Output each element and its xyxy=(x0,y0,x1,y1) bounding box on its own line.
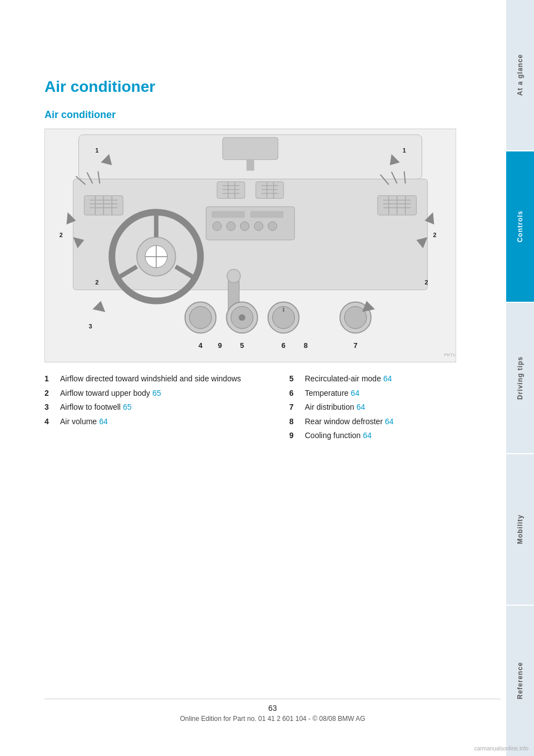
list-item: 7 Air distribution 64 xyxy=(289,402,501,413)
list-item: 6 Temperature 64 xyxy=(289,388,501,399)
sidebar-section-controls[interactable]: Controls xyxy=(506,151,534,302)
list-item: 3 Airflow to footwell 65 xyxy=(44,402,256,413)
svg-text:PKT16504: PKT16504 xyxy=(444,352,456,357)
sidebar-section-mobility[interactable]: Mobility xyxy=(506,454,534,605)
diagram-container: 4 5 6 7 8 9 xyxy=(44,129,456,362)
footer-text: Online Edition for Part no. 01 41 2 601 … xyxy=(180,715,365,723)
svg-text:6: 6 xyxy=(281,341,285,350)
page-number: 63 xyxy=(44,704,501,713)
svg-rect-3 xyxy=(246,160,254,171)
svg-text:9: 9 xyxy=(218,341,222,350)
sidebar-label-controls: Controls xyxy=(516,210,524,242)
items-grid: 1 Airflow directed toward windshield and… xyxy=(44,374,501,445)
svg-point-11 xyxy=(254,222,263,230)
list-item: 9 Cooling function 64 xyxy=(289,430,501,441)
svg-rect-2 xyxy=(222,138,278,160)
svg-text:5: 5 xyxy=(240,341,244,350)
svg-point-8 xyxy=(212,222,221,230)
sidebar-section-driving-tips[interactable]: Driving tips xyxy=(506,303,534,453)
svg-text:4: 4 xyxy=(199,341,203,350)
svg-text:1: 1 xyxy=(403,147,406,154)
list-item: 8 Rear window defroster 64 xyxy=(289,416,501,428)
svg-text:1: 1 xyxy=(95,147,98,154)
list-item: 5 Recirculated-air mode 64 xyxy=(289,374,501,385)
svg-text:3: 3 xyxy=(88,323,92,330)
page-title: Air conditioner xyxy=(44,78,501,96)
svg-text:2: 2 xyxy=(60,232,63,238)
svg-rect-7 xyxy=(250,211,284,218)
svg-point-12 xyxy=(268,222,277,230)
sidebar-label-driving-tips: Driving tips xyxy=(516,356,524,400)
sidebar-label-mobility: Mobility xyxy=(516,514,524,544)
list-item xyxy=(44,430,256,441)
list-item: 4 Air volume 64 xyxy=(44,416,256,428)
svg-text:2: 2 xyxy=(95,279,98,286)
svg-point-48 xyxy=(227,269,240,283)
sidebar-section-at-glance[interactable]: At a glance xyxy=(506,0,534,150)
svg-text:2: 2 xyxy=(433,232,436,238)
svg-point-54 xyxy=(239,314,245,321)
sidebar-label-reference: Reference xyxy=(516,662,524,699)
svg-point-10 xyxy=(240,222,249,230)
svg-text:2: 2 xyxy=(425,279,428,286)
list-item: 1 Airflow directed toward windshield and… xyxy=(44,374,256,385)
svg-rect-6 xyxy=(211,211,245,218)
svg-rect-41 xyxy=(256,182,284,199)
list-item: 2 Airflow toward upper body 65 xyxy=(44,388,256,399)
page-footer: 63 Online Edition for Part no. 01 41 2 6… xyxy=(44,699,501,723)
main-content: Air conditioner Air conditioner xyxy=(44,78,501,445)
sidebar-section-reference[interactable]: Reference xyxy=(506,606,534,756)
watermark: carmanualsonline.info xyxy=(474,745,528,752)
section-title: Air conditioner xyxy=(44,109,501,121)
svg-text:7: 7 xyxy=(354,341,358,350)
diagram-inner: 4 5 6 7 8 9 xyxy=(45,129,456,362)
svg-point-9 xyxy=(226,222,235,230)
svg-point-50 xyxy=(190,306,212,328)
sidebar-label-at-glance: At a glance xyxy=(516,54,524,96)
sidebar: At a glance Controls Driving tips Mobili… xyxy=(506,0,534,756)
svg-text:8: 8 xyxy=(304,341,308,350)
svg-rect-35 xyxy=(217,182,245,199)
